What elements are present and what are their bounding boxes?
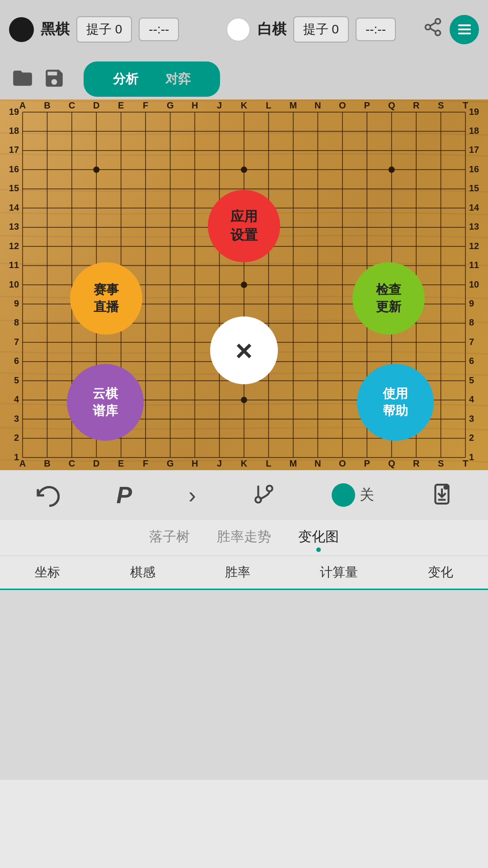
main-toolbar: 分析 对弈 xyxy=(0,59,488,99)
undo-button[interactable] xyxy=(35,482,60,509)
pass-button[interactable]: P xyxy=(116,481,132,509)
black-timer: --:-- xyxy=(139,18,179,41)
bottom-toolbar: P › 关 + xyxy=(0,470,488,520)
settings-row: 坐标 棋感 胜率 计算量 变化 xyxy=(0,556,488,590)
folder-button[interactable] xyxy=(11,67,34,91)
header: 黑棋 提子 0 --:-- 白棋 提子 0 --:-- xyxy=(0,0,488,59)
export-button[interactable]: + xyxy=(431,483,453,507)
svg-point-0 xyxy=(436,19,441,24)
svg-point-8 xyxy=(267,486,272,491)
analyze-mode-btn[interactable]: 分析 xyxy=(99,67,152,91)
white-stone-indicator xyxy=(226,17,251,42)
black-stone-indicator xyxy=(9,17,34,42)
setting-variation[interactable]: 变化 xyxy=(428,564,453,581)
analysis-tabs: 落子树 胜率走势 变化图 xyxy=(0,520,488,556)
setting-coordinates[interactable]: 坐标 xyxy=(35,564,60,581)
go-board[interactable]: 应用 设置 赛事 直播 检查 更新 × 云棋 谱库 使用 帮助 xyxy=(0,99,488,470)
check-update-button[interactable]: 检查 更新 xyxy=(352,262,425,335)
save-button[interactable] xyxy=(43,67,66,91)
white-timer: --:-- xyxy=(356,18,396,41)
toggle-group: 关 xyxy=(332,483,374,507)
tab-winrate-trend[interactable]: 胜率走势 xyxy=(217,528,271,548)
tab-variation[interactable]: 变化图 xyxy=(298,528,339,548)
main-menu-button[interactable] xyxy=(450,15,479,44)
opponent-mode-btn[interactable]: 对弈 xyxy=(152,67,204,91)
svg-point-1 xyxy=(426,25,431,30)
setting-winrate[interactable]: 胜率 xyxy=(225,564,250,581)
share-button[interactable] xyxy=(423,17,443,42)
svg-text:+: + xyxy=(444,485,447,490)
help-button[interactable]: 使用 帮助 xyxy=(357,364,434,441)
toggle-label: 关 xyxy=(360,485,374,505)
branch-button[interactable] xyxy=(253,483,275,507)
black-captures: 提子 0 xyxy=(76,16,132,42)
toggle-switch[interactable] xyxy=(332,483,355,507)
svg-point-2 xyxy=(436,30,441,35)
tournament-button[interactable]: 赛事 直播 xyxy=(70,262,142,335)
svg-line-3 xyxy=(430,28,436,32)
mode-toggle[interactable]: 分析 对弈 xyxy=(84,61,220,97)
svg-rect-6 xyxy=(458,28,471,30)
setting-feel[interactable]: 棋感 xyxy=(130,564,155,581)
svg-rect-5 xyxy=(458,24,471,26)
white-captures: 提子 0 xyxy=(293,16,349,42)
cloud-library-button[interactable]: 云棋 谱库 xyxy=(67,364,144,441)
active-tab-indicator xyxy=(316,547,321,552)
svg-line-4 xyxy=(430,23,436,26)
svg-rect-7 xyxy=(458,33,471,34)
close-menu-button[interactable]: × xyxy=(210,316,278,384)
content-area xyxy=(0,590,488,780)
black-label: 黑棋 xyxy=(41,19,70,39)
setting-computation[interactable]: 计算量 xyxy=(320,564,358,581)
white-label: 白棋 xyxy=(258,19,286,39)
tab-move-tree[interactable]: 落子树 xyxy=(149,528,190,548)
forward-button[interactable]: › xyxy=(188,482,196,508)
app-settings-button[interactable]: 应用 设置 xyxy=(208,190,280,262)
